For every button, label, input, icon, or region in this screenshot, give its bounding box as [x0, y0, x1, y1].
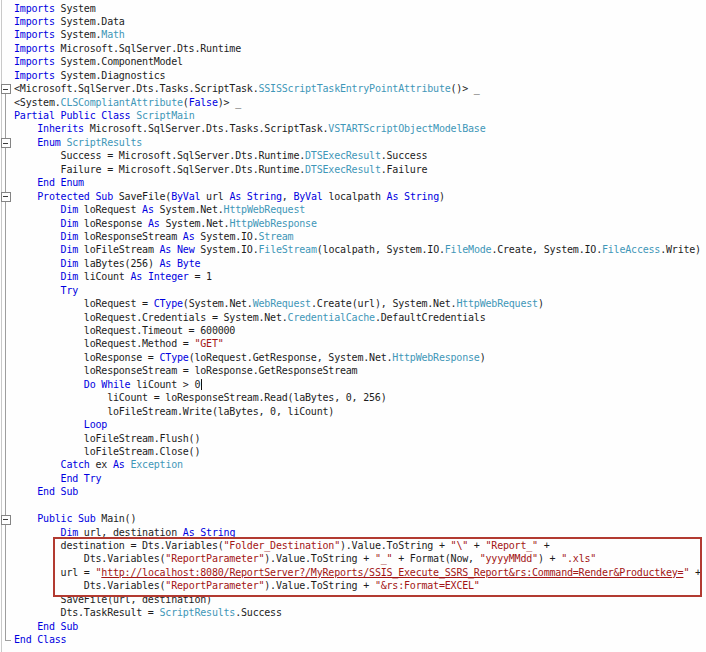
code-line[interactable]: End Enum [0, 176, 706, 189]
code-token [14, 285, 61, 296]
code-token: + [468, 540, 485, 551]
code-token [14, 271, 61, 282]
code-line[interactable]: End Sub [0, 620, 706, 633]
code-token: loRequest.Method = [14, 338, 194, 349]
code-line[interactable]: <Microsoft.SqlServer.Dts.Tasks.ScriptTas… [0, 82, 706, 95]
code-token: Math [101, 29, 124, 40]
code-line[interactable]: Dim loFileStream As New System.IO.FileSt… [0, 243, 706, 256]
code-line[interactable]: SaveFile(url, destination) [0, 593, 706, 606]
code-line[interactable]: loFileStream.Flush() [0, 432, 706, 445]
code-token: , [282, 191, 294, 202]
code-line-blank[interactable] [0, 499, 706, 512]
code-token: loResponseStream [78, 231, 183, 242]
code-token: "Folder_Destination" [224, 540, 340, 551]
code-line[interactable]: loFileStream.Write(laBytes, 0, liCount) [0, 405, 706, 418]
code-line[interactable]: Imports System.Diagnostics [0, 69, 706, 82]
code-token: DTSExecResult [305, 164, 381, 175]
code-token: "ReportParameter" [165, 580, 264, 591]
code-token: ) [480, 352, 486, 363]
code-token: loRequest.Credentials = System.Net. [14, 312, 288, 323]
code-token: Catch [61, 459, 90, 470]
code-line[interactable]: <System.CLSCompliantAttribute(False)> _ [0, 96, 706, 109]
code-line[interactable]: liCount = loResponseStream.Read(laBytes,… [0, 391, 706, 404]
code-token: .Create(url), System.Net. [311, 298, 457, 309]
code-token: .Failure [381, 164, 428, 175]
code-line[interactable]: loRequest = CType(System.Net.WebRequest.… [0, 297, 706, 310]
code-line[interactable]: loRequest.Timeout = 600000 [0, 324, 706, 337]
code-line[interactable]: Dts.TaskResult = ScriptResults.Success [0, 606, 706, 619]
code-line[interactable]: Dim loResponseStream As System.IO.Stream [0, 230, 706, 243]
code-token: FileMode [445, 244, 492, 255]
code-token: Imports [14, 3, 55, 14]
fold-collapse-icon[interactable] [1, 138, 11, 148]
code-line[interactable]: Dim liCount As Integer = 1 [0, 270, 706, 283]
code-token [14, 486, 37, 497]
code-line[interactable]: Success = Microsoft.SqlServer.Dts.Runtim… [0, 149, 706, 162]
code-token: localpath [323, 191, 387, 202]
code-token: ScriptResults [66, 137, 142, 148]
code-line[interactable]: Do While liCount > 0 [0, 378, 706, 391]
code-token: As [113, 459, 125, 470]
code-line[interactable]: Inherits Microsoft.SqlServer.Dts.Tasks.S… [0, 122, 706, 135]
code-line[interactable]: loResponse = CType(loRequest.GetResponse… [0, 351, 706, 364]
code-token [14, 419, 84, 430]
fold-collapse-icon[interactable] [1, 84, 11, 94]
code-line[interactable]: Imports System.ComponentModel [0, 55, 706, 68]
code-token: loRequest [78, 204, 142, 215]
code-line[interactable]: loFileStream.Close() [0, 445, 706, 458]
code-line[interactable]: Dts.Variables("ReportParameter").Value.T… [0, 552, 706, 565]
fold-collapse-icon[interactable] [1, 192, 11, 202]
code-line[interactable]: Dim loRequest As System.Net.HttpWebReque… [0, 203, 706, 216]
code-line[interactable]: loRequest.Credentials = System.Net.Crede… [0, 311, 706, 324]
code-line[interactable]: loRequest.Method = "GET" [0, 337, 706, 350]
code-token: Inherits [37, 123, 84, 134]
code-editor[interactable]: Imports SystemImports System.DataImports… [0, 0, 706, 652]
code-token: Dts.Variables( [14, 580, 165, 591]
code-line[interactable]: Enum ScriptResults [0, 136, 706, 149]
code-token [14, 191, 37, 202]
fold-collapse-icon[interactable] [1, 515, 11, 525]
code-token: (localpath, System.IO. [317, 244, 445, 255]
code-line[interactable]: Partial Public Class ScriptMain [0, 109, 706, 122]
code-token: liCount > 0 [130, 379, 200, 390]
code-line[interactable]: Imports System.Data [0, 15, 706, 28]
code-token: ).Value.ToString + [264, 553, 375, 564]
code-line[interactable]: Imports System.Math [0, 28, 706, 41]
code-line[interactable]: Imports Microsoft.SqlServer.Dts.Runtime [0, 42, 706, 55]
code-line[interactable]: destination = Dts.Variables("Folder_Dest… [0, 539, 706, 552]
code-line[interactable]: Dim laBytes(256) As Byte [0, 257, 706, 270]
code-token: As Byte [160, 258, 201, 269]
code-line[interactable]: loResponseStream = loResponse.GetRespons… [0, 364, 706, 377]
code-text-area[interactable]: Imports SystemImports System.DataImports… [0, 2, 706, 647]
code-token: System.IO. [194, 244, 258, 255]
code-token: CredentialCache [288, 312, 375, 323]
code-token: System.Data [55, 16, 125, 27]
code-line[interactable]: Loop [0, 418, 706, 431]
code-token: + [689, 567, 701, 578]
code-token: System.ComponentModel [55, 56, 183, 67]
code-token: System [55, 3, 96, 14]
code-line[interactable]: Try [0, 284, 706, 297]
code-token: loFileStream.Write(laBytes, 0, liCount) [14, 406, 334, 417]
code-line[interactable]: Public Sub Main() [0, 512, 706, 525]
code-line[interactable]: Dim loResponse As System.Net.HttpWebResp… [0, 217, 706, 230]
code-line[interactable]: Dts.Variables("ReportParameter").Value.T… [0, 579, 706, 592]
code-token: loFileStream.Close() [14, 446, 200, 457]
code-token: As String [183, 527, 235, 538]
code-token: Microsoft.SqlServer.Dts.Runtime [55, 43, 241, 54]
code-token [14, 258, 61, 269]
code-line[interactable]: End Class [0, 633, 706, 646]
code-token: ).Value.ToString + [264, 580, 375, 591]
code-line[interactable]: Imports System [0, 2, 706, 15]
code-line[interactable]: url = "http://localhost:8080/ReportServe… [0, 566, 706, 579]
code-line[interactable]: End Sub [0, 485, 706, 498]
code-line[interactable]: Protected Sub SaveFile(ByVal url As Stri… [0, 190, 706, 203]
code-line[interactable]: Dim url, destination As String [0, 526, 706, 539]
code-token: "_" [375, 553, 392, 564]
code-token: "&rs:Format=EXCEL" [375, 580, 480, 591]
code-token: ScriptResults [160, 607, 236, 618]
code-token: Exception [130, 459, 182, 470]
code-line[interactable]: End Try [0, 472, 706, 485]
code-line[interactable]: Catch ex As Exception [0, 458, 706, 471]
code-line[interactable]: Failure = Microsoft.SqlServer.Dts.Runtim… [0, 163, 706, 176]
